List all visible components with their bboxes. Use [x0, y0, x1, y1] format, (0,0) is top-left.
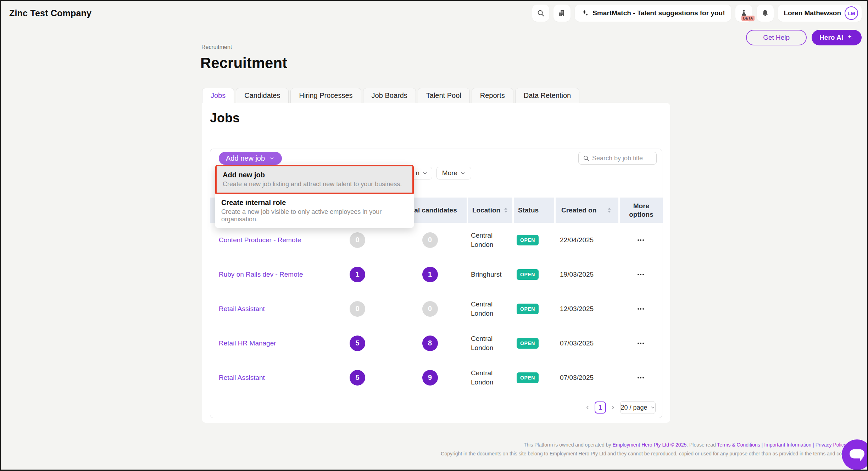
notifications-button[interactable] — [757, 5, 774, 22]
jobs-heading: Jobs — [210, 111, 240, 126]
created-on-cell: 12/03/2025 — [554, 305, 618, 313]
status-badge: OPEN — [517, 338, 539, 349]
chevron-down-icon — [422, 171, 428, 176]
next-page-button[interactable] — [610, 405, 616, 410]
job-title-link[interactable]: Ruby on Rails dev - Remote — [210, 271, 303, 278]
chevron-down-icon — [460, 171, 466, 176]
top-bar: Zinc Test Company SmartMatch - Talent su… — [1, 1, 867, 26]
add-job-dropdown: Add new job Create a new job listing and… — [215, 165, 414, 228]
tab-hiring-processes[interactable]: Hiring Processes — [290, 88, 361, 103]
more-options-button[interactable] — [618, 236, 663, 244]
footer-link-employment-hero[interactable]: Employment Hero Pty Ltd © 2025 — [612, 442, 686, 448]
tab-talent-pool[interactable]: Talent Pool — [418, 88, 470, 103]
job-title-link[interactable]: Content Producer - Remote — [210, 236, 301, 244]
pagination: 1 20 / page — [585, 401, 656, 414]
tab-jobs[interactable]: Jobs — [202, 88, 234, 103]
location-cell: Central London — [467, 369, 512, 387]
hero-ai-label: Hero AI — [819, 34, 843, 41]
footer-link-terms[interactable]: Terms & Conditions — [717, 442, 760, 448]
search-input[interactable] — [592, 155, 652, 162]
created-on-cell: 19/03/2025 — [554, 271, 618, 278]
column-label: Location — [472, 206, 500, 214]
more-filters-button[interactable]: More — [436, 167, 471, 179]
page-size-value: 20 / page — [621, 404, 647, 411]
search-button[interactable] — [532, 5, 549, 22]
help-actions: Get Help Hero AI — [746, 30, 862, 45]
footer-separator: | — [811, 442, 815, 448]
chevron-down-icon — [650, 405, 655, 410]
column-header-created-on[interactable]: Created on — [554, 198, 618, 223]
column-header-location[interactable]: Location — [467, 198, 512, 223]
new-candidates-badge: 0 — [350, 301, 365, 317]
footer-text: . Please read — [686, 442, 717, 448]
add-new-job-button[interactable]: Add new job — [219, 152, 282, 165]
beta-labs-button[interactable]: BETA — [735, 5, 752, 22]
tab-job-boards[interactable]: Job Boards — [363, 88, 416, 103]
column-label: More options — [620, 202, 663, 219]
smartmatch-label: SmartMatch - Talent suggestions for you! — [592, 9, 725, 17]
more-options-button[interactable] — [618, 270, 663, 279]
smartmatch-button[interactable]: SmartMatch - Talent suggestions for you! — [575, 5, 731, 22]
get-help-button[interactable]: Get Help — [746, 30, 807, 45]
search-icon — [537, 9, 545, 17]
column-header-more-options: More options — [618, 198, 663, 223]
bell-icon — [761, 9, 769, 17]
user-menu[interactable]: Loren Mathewson LM — [778, 5, 862, 22]
app-window: Zinc Test Company SmartMatch - Talent su… — [0, 0, 868, 471]
new-candidates-badge: 1 — [350, 267, 365, 282]
menu-item-add-new-job[interactable]: Add new job Create a new job listing and… — [215, 165, 414, 194]
avatar: LM — [845, 6, 858, 20]
sparkle-icon — [847, 34, 854, 41]
chevron-right-icon — [610, 405, 616, 410]
new-candidates-badge: 5 — [350, 370, 365, 386]
status-badge: OPEN — [517, 372, 539, 383]
tab-data-retention[interactable]: Data Retention — [515, 88, 579, 103]
tab-candidates[interactable]: Candidates — [236, 88, 289, 103]
page-size-select[interactable]: 20 / page — [620, 401, 656, 414]
footer-link-privacy-policy[interactable]: Privacy Policy — [816, 442, 846, 448]
location-cell: Central London — [467, 300, 512, 318]
hero-ai-button[interactable]: Hero AI — [812, 30, 862, 45]
more-options-button[interactable] — [618, 373, 663, 382]
column-label: Status — [518, 206, 539, 214]
menu-item-title: Add new job — [223, 171, 406, 179]
user-name: Loren Mathewson — [784, 9, 841, 17]
job-title-link[interactable]: Retail HR Manager — [210, 339, 276, 347]
jobs-card: Add new job n More — [210, 149, 662, 418]
page-number[interactable]: 1 — [595, 401, 606, 414]
created-on-cell: 07/03/2025 — [554, 374, 618, 382]
breadcrumb[interactable]: Recruitment — [201, 44, 232, 50]
more-options-button[interactable] — [618, 305, 663, 313]
location-cell: Central London — [467, 334, 512, 352]
footer-text: This Platform is owned and operated by — [524, 442, 613, 448]
job-title-link[interactable]: Retail Assistant — [210, 374, 265, 382]
company-switcher-button[interactable] — [553, 5, 571, 22]
job-title-link[interactable]: Retail Assistant — [210, 305, 265, 313]
get-help-label: Get Help — [763, 34, 790, 41]
sort-icon[interactable] — [607, 207, 612, 213]
sparkle-icon — [581, 9, 589, 17]
chat-launcher-button[interactable] — [842, 439, 868, 470]
footer-line-1: This Platform is owned and operated by E… — [441, 440, 863, 449]
beta-badge: BETA — [741, 16, 755, 21]
new-candidates-badge: 0 — [350, 232, 365, 248]
topbar-actions: SmartMatch - Talent suggestions for you!… — [532, 5, 862, 22]
menu-item-description: Create a new job listing and attract new… — [223, 181, 406, 188]
tab-reports[interactable]: Reports — [472, 88, 513, 103]
column-header-status: Status — [512, 198, 554, 223]
sort-icon[interactable] — [503, 207, 508, 213]
total-candidates-badge: 0 — [422, 232, 438, 248]
chat-bubble-icon — [849, 447, 865, 462]
footer: This Platform is owned and operated by E… — [441, 440, 863, 458]
total-candidates-badge: 8 — [422, 336, 438, 351]
building-icon — [558, 9, 566, 17]
footer-link-important-information[interactable]: Important Information — [764, 442, 811, 448]
company-name: Zinc Test Company — [6, 8, 91, 18]
created-on-cell: 22/04/2025 — [554, 236, 618, 244]
created-on-cell: 07/03/2025 — [554, 339, 618, 347]
previous-page-button[interactable] — [585, 405, 590, 410]
add-new-job-label: Add new job — [226, 154, 265, 162]
more-options-button[interactable] — [618, 339, 663, 348]
footer-separator: | — [760, 442, 764, 448]
menu-item-create-internal-role[interactable]: Create internal role Create a new job vi… — [215, 194, 414, 228]
